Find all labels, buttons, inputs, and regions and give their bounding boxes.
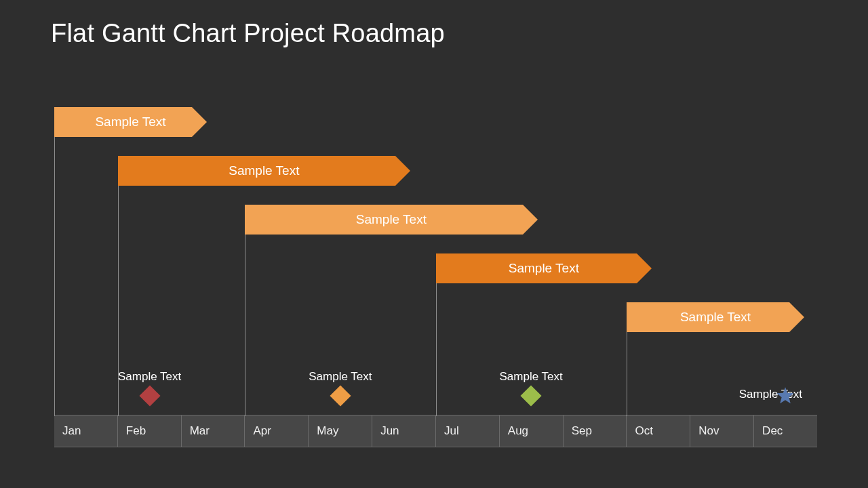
month-cell: Feb — [118, 415, 182, 447]
guide-line — [54, 137, 55, 416]
gantt-bar: Sample Text — [245, 205, 537, 235]
diamond-icon — [521, 385, 542, 406]
gantt-bar-label: Sample Text — [509, 261, 579, 276]
month-cell: Apr — [245, 415, 309, 447]
month-cell: Sep — [564, 415, 627, 447]
gantt-bar: Sample Text — [627, 302, 805, 332]
month-cell: Jan — [54, 415, 118, 447]
month-cell: May — [309, 415, 372, 447]
milestone-label: Sample Text — [118, 370, 181, 384]
arrow-right-icon — [192, 107, 207, 137]
month-cell: Mar — [182, 415, 245, 447]
month-cell: Nov — [690, 415, 754, 447]
guide-line — [627, 332, 627, 416]
gantt-bar-label: Sample Text — [95, 115, 165, 129]
arrow-right-icon — [395, 156, 410, 186]
month-cell: Aug — [500, 415, 564, 447]
month-cell: Dec — [754, 415, 817, 447]
gantt-bar-label: Sample Text — [229, 163, 299, 178]
guide-line — [436, 283, 437, 416]
arrow-right-icon — [637, 253, 652, 283]
slide: Flat Gantt Chart Project Roadmap JanFebM… — [0, 0, 868, 488]
gantt-bar-label: Sample Text — [680, 310, 751, 325]
page-title: Flat Gantt Chart Project Roadmap — [51, 19, 445, 48]
month-cell: Jun — [372, 415, 436, 447]
month-cell: Oct — [627, 415, 690, 447]
diamond-icon — [139, 385, 160, 406]
month-axis: JanFebMarAprMayJunJulAugSepOctNovDec — [54, 415, 817, 447]
star-icon — [775, 386, 795, 409]
arrow-right-icon — [523, 205, 538, 235]
gantt-bar: Sample Text — [118, 156, 410, 186]
svg-marker-0 — [777, 387, 794, 403]
diamond-icon — [330, 385, 351, 406]
guide-line — [245, 235, 245, 416]
gantt-bar: Sample Text — [54, 107, 207, 137]
milestone-label: Sample Text — [309, 370, 372, 384]
gantt-bar: Sample Text — [436, 253, 652, 283]
arrow-right-icon — [789, 302, 804, 332]
gantt-bar-label: Sample Text — [356, 212, 427, 227]
gantt-chart: JanFebMarAprMayJunJulAugSepOctNovDec Sam… — [54, 95, 817, 447]
month-cell: Jul — [436, 415, 500, 447]
milestone-label: Sample Text — [500, 370, 563, 384]
